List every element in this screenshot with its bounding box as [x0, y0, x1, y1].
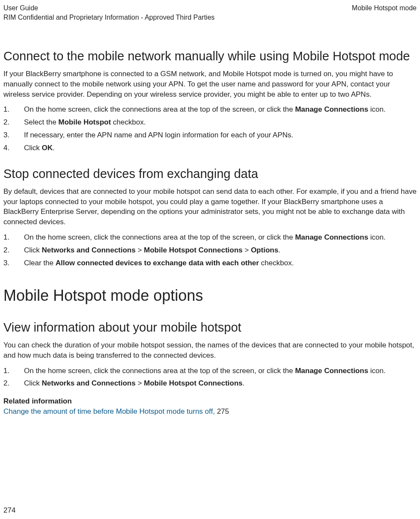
- list-item: Click Networks and Connections > Mobile …: [3, 245, 417, 255]
- bold-text: Allow connected devices to exchange data…: [56, 259, 259, 267]
- step-text: Clear the: [24, 259, 56, 267]
- bold-text: Manage Connections: [295, 233, 368, 241]
- step-text: On the home screen, click the connection…: [24, 233, 295, 241]
- list-item: Click Networks and Connections > Mobile …: [3, 378, 417, 389]
- step-text: If necessary, enter the APN name and APN…: [24, 131, 293, 139]
- bold-text: Mobile Hotspot Connections: [144, 246, 242, 254]
- step-text: .: [53, 144, 55, 152]
- step-text: >: [136, 379, 144, 387]
- list-item: Select the Mobile Hotspot checkbox.: [3, 117, 417, 128]
- list-item: If necessary, enter the APN name and APN…: [3, 130, 417, 140]
- bold-text: Manage Connections: [295, 105, 368, 113]
- main-heading-hotspot-options: Mobile Hotspot mode options: [3, 285, 417, 306]
- list-item: On the home screen, click the connection…: [3, 366, 417, 376]
- list-item: Clear the Allow connected devices to exc…: [3, 258, 417, 268]
- step-text: On the home screen, click the connection…: [24, 367, 295, 375]
- bold-text: Networks and Connections: [42, 379, 136, 387]
- section-heading-connect-manually: Connect to the mobile network manually w…: [3, 48, 417, 64]
- step-text: Click: [24, 379, 42, 387]
- step-text: >: [243, 246, 251, 254]
- section-heading-stop-exchange: Stop connected devices from exchanging d…: [3, 166, 417, 181]
- page-number: 274: [3, 505, 15, 516]
- section3-para: You can check the duration of your mobil…: [3, 340, 417, 361]
- bold-text: Mobile Hotspot Connections: [144, 379, 242, 387]
- section-heading-view-info: View information about your mobile hotsp…: [3, 320, 417, 335]
- related-page-ref: 275: [217, 407, 229, 415]
- step-text: icon.: [368, 233, 386, 241]
- step-text: Select the: [24, 118, 58, 126]
- step-text: .: [278, 246, 280, 254]
- step-text: icon.: [368, 367, 386, 375]
- header-section: Mobile Hotspot mode: [352, 3, 417, 13]
- header-confidential: RIM Confidential and Proprietary Informa…: [3, 13, 214, 22]
- list-item: Click OK.: [3, 143, 417, 153]
- bold-text: Options: [251, 246, 278, 254]
- related-link[interactable]: Change the amount of time before Mobile …: [3, 407, 217, 415]
- step-text: icon.: [368, 105, 386, 113]
- step-text: .: [243, 379, 245, 387]
- step-text: On the home screen, click the connection…: [24, 105, 295, 113]
- list-item: On the home screen, click the connection…: [3, 232, 417, 243]
- page-header: User Guide RIM Confidential and Propriet…: [3, 3, 417, 23]
- step-text: >: [136, 246, 144, 254]
- related-info-row: Change the amount of time before Mobile …: [3, 406, 417, 417]
- section1-para: If your BlackBerry smartphone is connect…: [3, 69, 417, 99]
- bold-text: OK: [42, 144, 53, 152]
- step-text: checkbox.: [111, 118, 146, 126]
- step-text: Click: [24, 144, 42, 152]
- section2-steps: On the home screen, click the connection…: [3, 232, 417, 268]
- bold-text: Mobile Hotspot: [58, 118, 111, 126]
- section2-para: By default, devices that are connected t…: [3, 187, 417, 227]
- header-left: User Guide RIM Confidential and Propriet…: [3, 3, 214, 23]
- related-info-heading: Related information: [3, 396, 417, 406]
- bold-text: Manage Connections: [295, 367, 368, 375]
- list-item: On the home screen, click the connection…: [3, 104, 417, 115]
- step-text: checkbox.: [259, 259, 294, 267]
- section3-steps: On the home screen, click the connection…: [3, 366, 417, 389]
- step-text: Click: [24, 246, 42, 254]
- section1-steps: On the home screen, click the connection…: [3, 104, 417, 153]
- header-doc-title: User Guide: [3, 3, 214, 13]
- bold-text: Networks and Connections: [42, 246, 136, 254]
